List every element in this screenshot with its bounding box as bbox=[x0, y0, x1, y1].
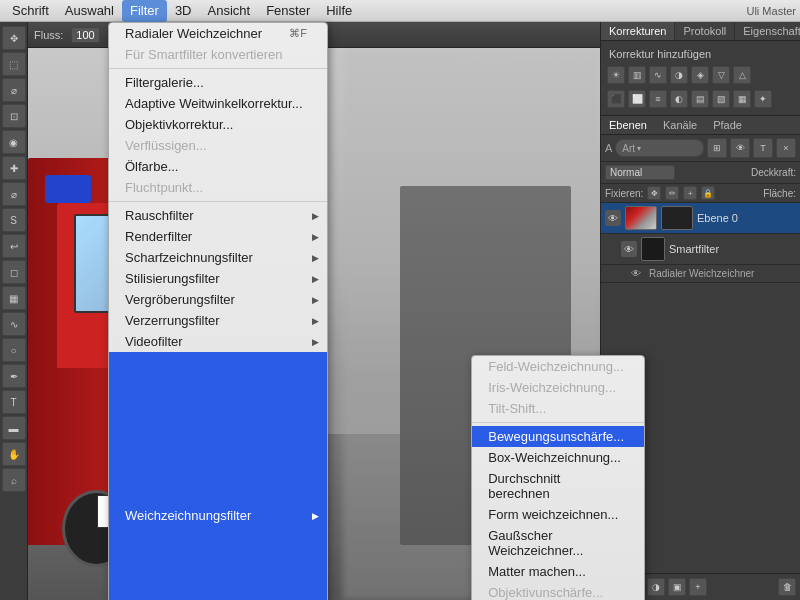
ebenen-tabs: Ebenen Kanäle Pfade bbox=[601, 116, 800, 135]
tool-lasso[interactable]: ⌀ bbox=[2, 78, 26, 102]
menu-3d[interactable]: 3D bbox=[167, 0, 200, 22]
layer-smartfilter[interactable]: 👁 Smartfilter bbox=[601, 234, 800, 265]
icon-gradmap[interactable]: ▦ bbox=[733, 90, 751, 108]
icon-exposure[interactable]: ◑ bbox=[670, 66, 688, 84]
icon-levels[interactable]: ▥ bbox=[628, 66, 646, 84]
tab-korrekturen[interactable]: Korrekturen bbox=[601, 22, 675, 40]
tool-stamp[interactable]: S bbox=[2, 208, 26, 232]
menu-ansicht[interactable]: Ansicht bbox=[200, 0, 259, 22]
tool-zoom[interactable]: ⌕ bbox=[2, 468, 26, 492]
submenu-box[interactable]: Box-Weichzeichnung... bbox=[472, 447, 644, 468]
tab-pfade[interactable]: Pfade bbox=[705, 116, 750, 134]
layer-group-button[interactable]: ▣ bbox=[668, 578, 686, 596]
icon-brightness[interactable]: ☀ bbox=[607, 66, 625, 84]
tool-eye[interactable]: ◉ bbox=[2, 130, 26, 154]
fix-move-icon[interactable]: ✥ bbox=[647, 186, 661, 200]
tab-protokoll[interactable]: Protokoll bbox=[675, 22, 735, 40]
tool-crop[interactable]: ⊡ bbox=[2, 104, 26, 128]
icon-curves[interactable]: ∿ bbox=[649, 66, 667, 84]
icon-hsl[interactable]: ▽ bbox=[712, 66, 730, 84]
menu-item-scharfzeichnung[interactable]: Scharfzeichnungsfilter bbox=[109, 247, 327, 268]
tool-brush[interactable]: ⌀ bbox=[2, 182, 26, 206]
icon-colorbalance[interactable]: △ bbox=[733, 66, 751, 84]
tool-eraser[interactable]: ◻ bbox=[2, 260, 26, 284]
layer-eye-smartfilter[interactable]: 👁 bbox=[621, 241, 637, 257]
menu-item-adaptive[interactable]: Adaptive Weitwinkelkorrektur... bbox=[109, 93, 327, 114]
layer-filter-radialer[interactable]: 👁 Radialer Weichzeichner bbox=[601, 265, 800, 283]
layer-delete-button[interactable]: 🗑 bbox=[778, 578, 796, 596]
layer-name-ebene0: Ebene 0 bbox=[697, 212, 796, 224]
ebenen-search-row: A Art ▾ ⊞ 👁 T × bbox=[601, 135, 800, 162]
tool-dodge[interactable]: ○ bbox=[2, 338, 26, 362]
menu-item-videofilter[interactable]: Videofilter bbox=[109, 331, 327, 352]
submenu-form[interactable]: Form weichzeichnen... bbox=[472, 504, 644, 525]
tool-shape[interactable]: ▬ bbox=[2, 416, 26, 440]
menu-item-renderfilter[interactable]: Renderfilter bbox=[109, 226, 327, 247]
icon-bw[interactable]: ⬛ bbox=[607, 90, 625, 108]
tool-hand[interactable]: ✋ bbox=[2, 442, 26, 466]
tab-ebenen[interactable]: Ebenen bbox=[601, 116, 655, 134]
menu-item-vergroeberung[interactable]: Vergröberungsfilter bbox=[109, 289, 327, 310]
icon-channelmix[interactable]: ≡ bbox=[649, 90, 667, 108]
submenu-tilt: Tilt-Shift... bbox=[472, 398, 644, 419]
fix-row: Fixieren: ✥ ✏ + 🔒 Fläche: bbox=[601, 184, 800, 203]
menu-auswahl[interactable]: Auswahl bbox=[57, 0, 122, 22]
tool-select[interactable]: ⬚ bbox=[2, 52, 26, 76]
icon-threshold[interactable]: ▧ bbox=[712, 90, 730, 108]
submenu-bewegung[interactable]: Bewegungsunschärfe... bbox=[472, 426, 644, 447]
menu-item-stilisierung[interactable]: Stilisierungsfilter bbox=[109, 268, 327, 289]
tool-history[interactable]: ↩ bbox=[2, 234, 26, 258]
sub-sep-1 bbox=[472, 422, 644, 423]
tool-move[interactable]: ✥ bbox=[2, 26, 26, 50]
menu-item-oelfarbe[interactable]: Ölfarbe... bbox=[109, 156, 327, 177]
opacity-label: Deckkraft: bbox=[751, 167, 796, 178]
tool-blur[interactable]: ∿ bbox=[2, 312, 26, 336]
layer-search-box[interactable]: Art ▾ bbox=[615, 139, 704, 157]
layer-ebene0[interactable]: 👁 Ebene 0 bbox=[601, 203, 800, 234]
tool-text[interactable]: T bbox=[2, 390, 26, 414]
ebenen-controls-row: Normal Deckkraft: bbox=[601, 162, 800, 184]
menu-fenster[interactable]: Fenster bbox=[258, 0, 318, 22]
layer-adj-button[interactable]: ◑ bbox=[647, 578, 665, 596]
layer-eye-ebene0[interactable]: 👁 bbox=[605, 210, 621, 226]
search-label: A bbox=[605, 142, 612, 154]
submenu-feld: Feld-Weichzeichnung... bbox=[472, 356, 644, 377]
menu-filter[interactable]: Filter bbox=[122, 0, 167, 22]
menu-item-verfluessigen: Verflüssigen... bbox=[109, 135, 327, 156]
menu-item-weichzeichnung[interactable]: Weichzeichnungsfilter Feld-Weichzeichnun… bbox=[109, 352, 327, 600]
menu-hilfe[interactable]: Hilfe bbox=[318, 0, 360, 22]
tool-heal[interactable]: ✚ bbox=[2, 156, 26, 180]
fix-pos-icon[interactable]: + bbox=[683, 186, 697, 200]
submenu-matter[interactable]: Matter machen... bbox=[472, 561, 644, 582]
korrekturen-icons-row2: ⬛ ⬜ ≡ ◐ ▤ ▧ ▦ ✦ bbox=[605, 87, 796, 111]
watermark: 思维设计论坛 www.missyuan.com bbox=[459, 52, 595, 65]
menu-item-objektiv[interactable]: Objektivkorrektur... bbox=[109, 114, 327, 135]
menu-item-verzerrung[interactable]: Verzerrungsfilter bbox=[109, 310, 327, 331]
tab-eigenschaften[interactable]: Eigenschaften bbox=[735, 22, 800, 40]
search-type-icon[interactable]: T bbox=[753, 138, 773, 158]
sep-2 bbox=[109, 201, 327, 202]
menu-item-filtergalerie[interactable]: Filtergalerie... bbox=[109, 72, 327, 93]
tab-kanaele[interactable]: Kanäle bbox=[655, 116, 705, 134]
icon-posterize[interactable]: ▤ bbox=[691, 90, 709, 108]
menu-schrift[interactable]: Schrift bbox=[4, 0, 57, 22]
search-filter-icon[interactable]: ⊞ bbox=[707, 138, 727, 158]
icon-photofilter[interactable]: ⬜ bbox=[628, 90, 646, 108]
submenu-durchschnitt[interactable]: Durchschnitt berechnen bbox=[472, 468, 644, 504]
menu-item-radialer[interactable]: Radialer Weichzeichner ⌘F bbox=[109, 23, 327, 44]
fix-lock-icon[interactable]: 🔒 bbox=[701, 186, 715, 200]
tool-pen[interactable]: ✒ bbox=[2, 364, 26, 388]
filter-dropdown: Radialer Weichzeichner ⌘F Für Smartfilte… bbox=[108, 22, 328, 600]
tool-gradient[interactable]: ▦ bbox=[2, 286, 26, 310]
blend-mode-select[interactable]: Normal bbox=[605, 165, 675, 180]
layer-new-button[interactable]: + bbox=[689, 578, 707, 596]
icon-selectcolor[interactable]: ✦ bbox=[754, 90, 772, 108]
fix-draw-icon[interactable]: ✏ bbox=[665, 186, 679, 200]
submenu-gauss[interactable]: Gaußscher Weichzeichner... bbox=[472, 525, 644, 561]
menu-item-rauschfilter[interactable]: Rauschfilter bbox=[109, 205, 327, 226]
search-close-icon[interactable]: × bbox=[776, 138, 796, 158]
search-eye-icon[interactable]: 👁 bbox=[730, 138, 750, 158]
icon-vibrance[interactable]: ◈ bbox=[691, 66, 709, 84]
icon-color[interactable]: ◐ bbox=[670, 90, 688, 108]
menu-item-fluchtpunkt: Fluchtpunkt... bbox=[109, 177, 327, 198]
